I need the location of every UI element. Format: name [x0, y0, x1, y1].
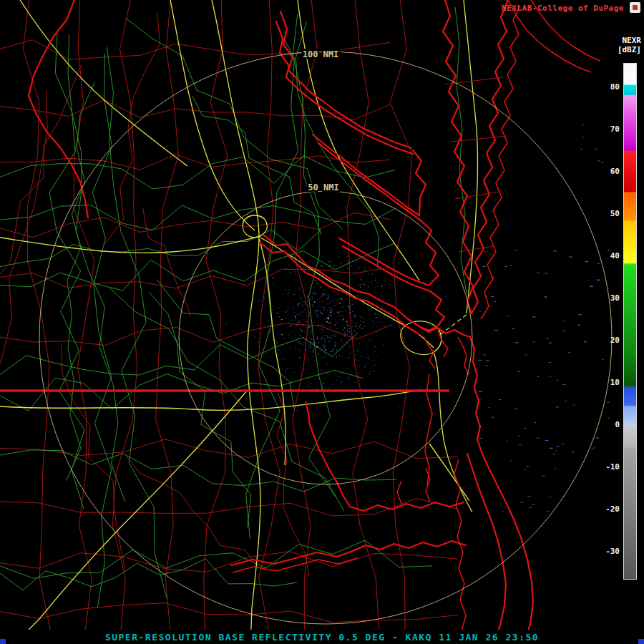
colorbar-title-product: NEXR — [618, 36, 641, 45]
colorbar-title-units: [dBZ] — [618, 45, 641, 54]
range-ring-label-100nmi: 100 NMI — [303, 49, 339, 59]
map-corner-mark-left — [0, 639, 6, 644]
brand-text: NEXLAB-College of DuPage — [502, 4, 624, 13]
colorbar-title: NEXR [dBZ] — [618, 36, 641, 54]
radar-display: 50 NMI 100 NMI NEXLAB-College of DuPage … — [0, 0, 644, 644]
reflectivity-colorbar — [623, 63, 637, 580]
product-title-bar: SUPER-RESOLUTION BASE REFLECTIVITY 0.5 D… — [0, 630, 644, 644]
map-corner-mark-right — [638, 639, 644, 644]
product-title-text: SUPER-RESOLUTION BASE REFLECTIVITY 0.5 D… — [105, 632, 539, 643]
range-ring-label-50nmi: 50 NMI — [308, 182, 338, 192]
radar-echoes — [208, 125, 610, 512]
radar-map: 50 NMI 100 NMI — [0, 0, 644, 644]
county-boundary-lines — [0, 0, 458, 631]
brand-logo-icon — [630, 2, 640, 13]
